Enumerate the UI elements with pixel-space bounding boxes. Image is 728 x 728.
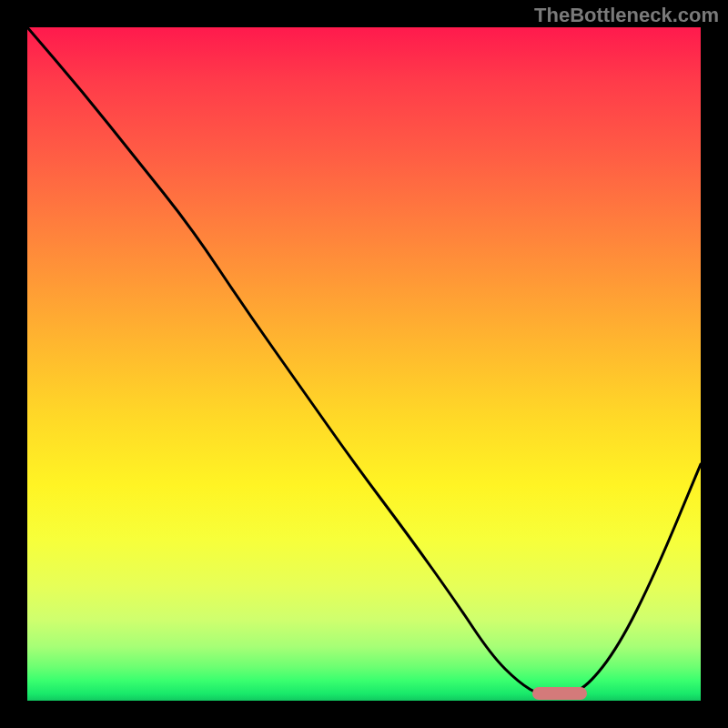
optimal-marker bbox=[532, 687, 587, 700]
chart-frame: TheBottleneck.com bbox=[0, 0, 728, 728]
plot-area bbox=[27, 27, 701, 701]
bottleneck-curve bbox=[27, 27, 701, 701]
watermark-text: TheBottleneck.com bbox=[534, 4, 719, 27]
